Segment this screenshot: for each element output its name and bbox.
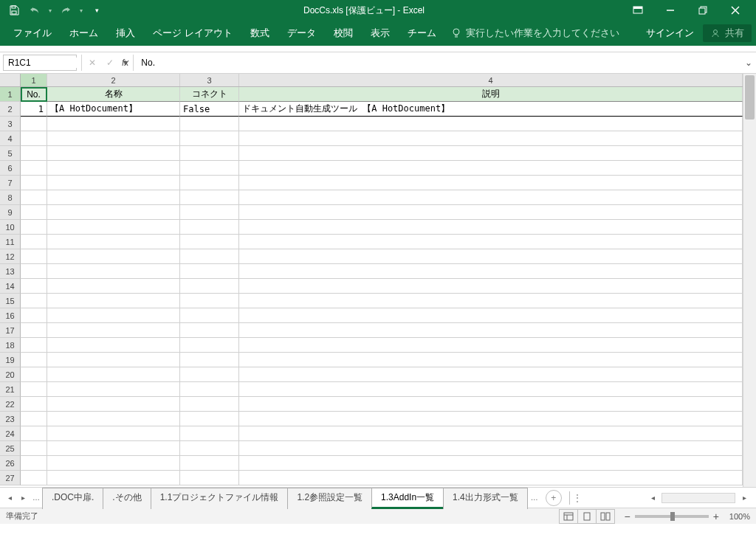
qat-customize[interactable]: ▾ — [87, 1, 106, 19]
cell-r13-c1[interactable] — [21, 264, 47, 279]
row-header-26[interactable]: 26 — [0, 456, 21, 471]
cell-r17-c4[interactable] — [239, 323, 743, 338]
cell-r22-c2[interactable] — [47, 397, 180, 412]
cell-r19-c2[interactable] — [47, 353, 180, 367]
row-header-15[interactable]: 15 — [0, 294, 21, 308]
cell-r24-c4[interactable] — [239, 426, 743, 441]
cell-r10-c1[interactable] — [21, 220, 47, 235]
cell-r7-c2[interactable] — [47, 176, 180, 190]
row-header-1[interactable]: 1 — [0, 87, 21, 102]
cell-r20-c1[interactable] — [21, 367, 47, 382]
cell-r12-c1[interactable] — [21, 249, 47, 264]
row-header-20[interactable]: 20 — [0, 367, 21, 382]
new-sheet-button[interactable]: + — [546, 490, 562, 506]
cell-r10-c4[interactable] — [239, 220, 743, 235]
page-break-view-button[interactable] — [596, 509, 615, 524]
enter-formula-button[interactable]: ✓ — [101, 55, 119, 71]
tab-file[interactable]: ファイル — [4, 21, 61, 46]
undo-dropdown[interactable]: ▾ — [46, 1, 55, 19]
cell-r10-c3[interactable] — [180, 220, 239, 235]
sheet-tab-3[interactable]: 1.2参照設定一覧 — [287, 488, 372, 509]
cell-r27-c1[interactable] — [21, 471, 47, 485]
ribbon-display-options[interactable] — [622, 0, 654, 21]
row-header-9[interactable]: 9 — [0, 205, 21, 220]
cell-r13-c3[interactable] — [180, 264, 239, 279]
tab-formulas[interactable]: 数式 — [241, 21, 278, 46]
row-header-25[interactable]: 25 — [0, 441, 21, 456]
sheet-tab-0[interactable]: .DOC中扉. — [42, 488, 103, 509]
cell-r15-c1[interactable] — [21, 294, 47, 308]
cell-r6-c1[interactable] — [21, 161, 47, 176]
cell-r1-c4[interactable]: 説明 — [239, 87, 743, 102]
redo-button[interactable] — [56, 1, 75, 19]
cell-r24-c1[interactable] — [21, 426, 47, 441]
select-all-corner[interactable] — [0, 74, 21, 86]
row-header-11[interactable]: 11 — [0, 235, 21, 249]
cell-r12-c3[interactable] — [180, 249, 239, 264]
cell-r25-c1[interactable] — [21, 441, 47, 456]
row-header-4[interactable]: 4 — [0, 131, 21, 146]
cell-r12-c4[interactable] — [239, 249, 743, 264]
undo-button[interactable] — [25, 1, 44, 19]
zoom-level[interactable]: 100% — [729, 512, 750, 521]
cell-r21-c1[interactable] — [21, 382, 47, 397]
cell-r13-c2[interactable] — [47, 264, 180, 279]
cell-r21-c4[interactable] — [239, 382, 743, 397]
row-header-2[interactable]: 2 — [0, 102, 21, 117]
cell-r18-c3[interactable] — [180, 338, 239, 353]
cell-r27-c3[interactable] — [180, 471, 239, 485]
cell-r11-c2[interactable] — [47, 235, 180, 249]
cell-r23-c3[interactable] — [180, 412, 239, 426]
cell-r21-c2[interactable] — [47, 382, 180, 397]
sheet-nav-more-left[interactable]: … — [30, 491, 43, 505]
cell-r2-c2[interactable]: 【A HotDocument】 — [47, 102, 180, 117]
cell-r19-c1[interactable] — [21, 353, 47, 367]
tab-insert[interactable]: 挿入 — [107, 21, 144, 46]
minimize-button[interactable] — [654, 0, 687, 21]
cell-r17-c3[interactable] — [180, 323, 239, 338]
cell-r11-c1[interactable] — [21, 235, 47, 249]
cell-r2-c3[interactable]: False — [180, 102, 239, 117]
zoom-slider[interactable] — [635, 515, 709, 518]
row-header-17[interactable]: 17 — [0, 323, 21, 338]
cell-r23-c2[interactable] — [47, 412, 180, 426]
row-header-23[interactable]: 23 — [0, 412, 21, 426]
zoom-out-button[interactable]: − — [624, 511, 630, 522]
cell-r16-c2[interactable] — [47, 308, 180, 323]
cell-r26-c1[interactable] — [21, 456, 47, 471]
cell-r15-c3[interactable] — [180, 294, 239, 308]
insert-function-button[interactable]: fx — [119, 58, 131, 68]
cell-r8-c2[interactable] — [47, 190, 180, 205]
cell-r22-c3[interactable] — [180, 397, 239, 412]
cell-r19-c3[interactable] — [180, 353, 239, 367]
sheet-tab-2[interactable]: 1.1プロジェクトファイル情報 — [151, 488, 289, 509]
cell-r11-c4[interactable] — [239, 235, 743, 249]
formula-input[interactable] — [135, 55, 741, 71]
cell-r1-c3[interactable]: コネクト — [180, 87, 239, 102]
cell-r23-c1[interactable] — [21, 412, 47, 426]
cell-r27-c4[interactable] — [239, 471, 743, 485]
zoom-in-button[interactable]: + — [713, 511, 719, 522]
cell-r14-c2[interactable] — [47, 279, 180, 294]
cell-r27-c2[interactable] — [47, 471, 180, 485]
cell-r5-c1[interactable] — [21, 146, 47, 161]
cell-r10-c2[interactable] — [47, 220, 180, 235]
cell-r18-c2[interactable] — [47, 338, 180, 353]
cell-r5-c3[interactable] — [180, 146, 239, 161]
cell-r24-c3[interactable] — [180, 426, 239, 441]
cell-r25-c3[interactable] — [180, 441, 239, 456]
cell-r15-c4[interactable] — [239, 294, 743, 308]
cell-r21-c3[interactable] — [180, 382, 239, 397]
row-header-3[interactable]: 3 — [0, 117, 21, 131]
cell-r25-c2[interactable] — [47, 441, 180, 456]
horizontal-scrollbar[interactable] — [662, 493, 735, 503]
cell-r6-c2[interactable] — [47, 161, 180, 176]
row-header-21[interactable]: 21 — [0, 382, 21, 397]
row-header-14[interactable]: 14 — [0, 279, 21, 294]
cell-r20-c4[interactable] — [239, 367, 743, 382]
row-header-16[interactable]: 16 — [0, 308, 21, 323]
cell-r9-c1[interactable] — [21, 205, 47, 220]
cell-r9-c4[interactable] — [239, 205, 743, 220]
cell-r16-c1[interactable] — [21, 308, 47, 323]
cell-r12-c2[interactable] — [47, 249, 180, 264]
